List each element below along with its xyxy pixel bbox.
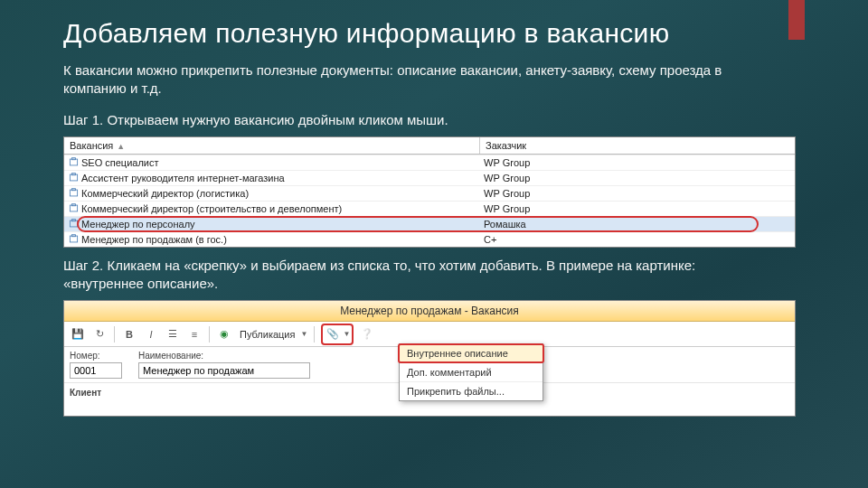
vacancy-icon [68, 157, 79, 168]
table-row[interactable]: Менеджер по персоналуРомашка [64, 216, 795, 231]
menu-attach-files[interactable]: Прикрепить файлы... [400, 382, 542, 400]
vacancy-cell: Коммерческий директор (строительство и д… [81, 203, 342, 214]
name-input[interactable] [138, 362, 310, 379]
window-title: Менеджер по продажам - Вакансия [64, 301, 795, 322]
vacancy-cell: Ассистент руководителя интернет-магазина [81, 173, 285, 183]
column-vacancy[interactable]: Вакансия▲ [64, 137, 480, 154]
accent-bar [788, 0, 805, 40]
list-bullets-icon[interactable]: ☰ [165, 326, 181, 343]
attach-button-highlight: 📎 ▼ [321, 324, 354, 345]
screenshot-grid: Вакансия▲ Заказчик SЕО специалистWР Grou… [63, 136, 796, 248]
vacancy-icon [68, 203, 79, 214]
customer-cell: WР Group [480, 173, 795, 183]
customer-cell: Ромашка [480, 219, 795, 230]
globe-icon[interactable]: ◉ [216, 326, 232, 343]
italic-icon[interactable]: I [143, 326, 159, 343]
vacancy-cell: Коммерческий директор (логистика) [81, 188, 249, 199]
slide-title: Добавляем полезную информацию в вакансию [63, 18, 805, 49]
publication-button[interactable]: Публикация [240, 329, 295, 340]
list-numbered-icon[interactable]: ≡ [186, 326, 203, 343]
vacancy-icon [68, 188, 79, 199]
menu-additional-comment[interactable]: Доп. комментарий [400, 363, 542, 382]
screenshot-window: Менеджер по продажам - Вакансия 💾 ↻ B I … [63, 300, 796, 417]
separator [209, 326, 210, 343]
step2-text: Шаг 2. Кликаем на «скрепку» и выбираем и… [63, 257, 769, 294]
save-icon[interactable]: 💾 [70, 326, 86, 343]
field-label-number: Номер: [70, 351, 122, 361]
intro-text: К вакансии можно прикрепить полезные док… [63, 61, 769, 99]
table-row[interactable]: Менеджер по продажам (в гос.)С+ [64, 231, 795, 247]
help-icon[interactable]: ❔ [359, 326, 375, 343]
table-row[interactable]: Ассистент руководителя интернет-магазина… [64, 170, 795, 185]
vacancy-icon [68, 234, 79, 245]
table-row[interactable]: Коммерческий директор (логистика)WР Grou… [64, 185, 795, 201]
bold-icon[interactable]: B [121, 326, 137, 343]
chevron-down-icon[interactable]: ▼ [300, 330, 307, 338]
vacancy-cell: SЕО специалист [81, 157, 159, 168]
table-row[interactable]: SЕО специалистWР Group [64, 155, 795, 170]
vacancy-icon [68, 173, 79, 183]
chevron-down-icon[interactable]: ▼ [343, 330, 350, 338]
grid-header: Вакансия▲ Заказчик [64, 137, 795, 155]
customer-cell: С+ [480, 234, 795, 245]
customer-cell: WР Group [480, 188, 795, 199]
sort-arrow-icon: ▲ [117, 142, 125, 151]
attach-dropdown: Внутреннее описание Доп. комментарий При… [399, 343, 543, 401]
table-row[interactable]: Коммерческий директор (строительство и д… [64, 201, 795, 216]
column-customer[interactable]: Заказчик [480, 137, 795, 154]
separator [314, 326, 315, 343]
customer-cell: WР Group [480, 203, 795, 214]
separator [114, 326, 115, 343]
refresh-icon[interactable]: ↻ [91, 326, 108, 343]
number-input[interactable] [70, 362, 122, 379]
vacancy-cell: Менеджер по персоналу [81, 219, 195, 230]
customer-cell: WР Group [480, 157, 795, 168]
menu-internal-description[interactable]: Внутреннее описание [400, 344, 542, 363]
vacancy-icon [68, 219, 79, 230]
field-label-name: Наименование: [138, 351, 310, 361]
vacancy-cell: Менеджер по продажам (в гос.) [81, 234, 227, 245]
step1-text: Шаг 1. Открываем нужную вакансию двойным… [63, 111, 769, 129]
toolbar: 💾 ↻ B I ☰ ≡ ◉ Публикация ▼ 📎 ▼ ❔ Внутрен… [64, 322, 795, 347]
paperclip-icon[interactable]: 📎 [325, 326, 341, 343]
